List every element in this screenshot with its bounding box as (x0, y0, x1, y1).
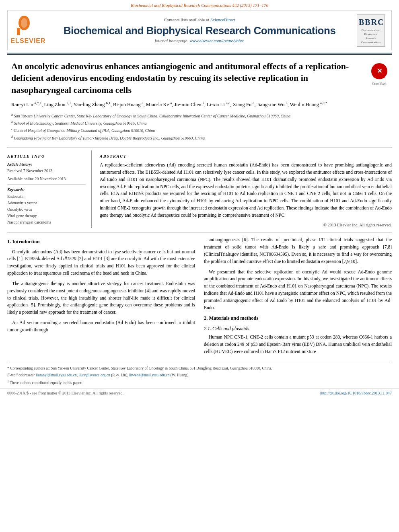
affil-c: c General Hospital of Guangzhou Military… (11, 127, 388, 134)
affil-d: d Guangdong Provincial Key Laboratory of… (11, 135, 388, 141)
affil-a: a Sun Yat-sen University Cancer Center, … (11, 113, 388, 119)
svg-rect-0 (17, 28, 20, 35)
article-info-abstract-section: ARTICLE INFO Article history: Received 7… (0, 150, 399, 228)
email-footnote: E-mail addresses: liuranyi@mail.sysu.edu… (7, 372, 392, 378)
doi-link[interactable]: http://dx.doi.org/10.1016/j.bbrc.2013.11… (320, 390, 392, 396)
cells-para: Human NPC CNE-1, CNE-2 cells contain a m… (204, 334, 392, 355)
article-info-column: ARTICLE INFO Article history: Received 7… (7, 150, 92, 228)
affiliations-section: a Sun Yat-sen University Cancer Center, … (0, 111, 399, 145)
crossmark-logo: ✕ CrossMark CrossMark (371, 63, 388, 80)
corresponding-footnote: * Corresponding authors at: Sun Yat-sen … (7, 366, 392, 371)
journal-reference: Biochemical and Biophysical Research Com… (0, 0, 399, 10)
intro-right-para1: antiangiogenesis [6]. The results of pre… (204, 236, 392, 265)
cells-heading: 2.1. Cells and plasmids (204, 325, 392, 333)
keyword-3: Oncolytic virus (7, 206, 86, 213)
bbrc-logo: BBRC Biochemical andBiophysicalResearchC… (357, 14, 385, 46)
history-label: Article history: (7, 162, 86, 167)
svg-point-2 (21, 18, 27, 28)
header-divider-thick (7, 53, 392, 53)
keywords-list: Endostatin Adenovirus vector Oncolytic v… (7, 193, 86, 226)
journal-header: ELSEVIER Contents lists available at Sci… (7, 10, 392, 50)
abstract-text: A replication-deficient adenovirus (Ad) … (100, 162, 392, 219)
methods-heading: 2. Materials and methods (204, 314, 392, 322)
intro-para3: An Ad vector encoding a secreted human e… (7, 319, 195, 334)
abstract-title: ABSTRACT (100, 154, 392, 159)
header-center: Contents lists available at ScienceDirec… (42, 17, 357, 44)
affil-b: b School of Biotechnology, Southern Medi… (11, 120, 388, 126)
keyword-2: Adenovirus vector (7, 200, 86, 206)
body-section: 1. Introduction Oncolytic adenovirus (Ad… (0, 236, 399, 359)
elsevier-tree-icon (15, 16, 41, 37)
info-divider (7, 184, 86, 185)
intro-para2: The antiangiogenic therapy is another at… (7, 280, 195, 316)
article-info-title: ARTICLE INFO (7, 154, 86, 159)
elsevier-logo: ELSEVIER (14, 16, 42, 45)
journal-title: Biochemical and Biophysical Research Com… (46, 23, 353, 38)
svg-text:CrossMark: CrossMark (373, 76, 385, 78)
keyword-4: Viral gene therapy (7, 213, 86, 219)
intro-heading: 1. Introduction (7, 238, 195, 246)
section-divider (7, 232, 392, 232)
abstract-column: ABSTRACT A replication-deficient adenovi… (100, 150, 392, 228)
copyright-line: © 2013 Elsevier Inc. All rights reserved… (100, 222, 392, 228)
body-left-column: 1. Introduction Oncolytic adenovirus (Ad… (7, 236, 195, 359)
main-divider (7, 148, 392, 148)
contents-line: Contents lists available at ScienceDirec… (46, 17, 353, 23)
body-right-column: antiangiogenesis [6]. The results of pre… (204, 236, 392, 359)
article-title: An oncolytic adenovirus enhances antiang… (11, 60, 371, 96)
issn-text: 0006-291X/$ - see front matter © 2013 El… (7, 390, 123, 396)
journal-homepage: journal homepage: www.elsevier.com/locat… (46, 38, 353, 44)
keywords-label: Keywords: (7, 187, 86, 193)
intro-para1: Oncolytic adenovirus (Ad) has been demon… (7, 249, 195, 277)
bottom-bar: 0006-291X/$ - see front matter © 2013 El… (0, 388, 399, 398)
intro-right-para2: We presumed that the selective replicati… (204, 269, 392, 312)
keyword-1: Endostatin (7, 193, 86, 200)
received-date: Received 7 November 2013 (7, 168, 86, 174)
available-date: Available online 20 November 2013 (7, 176, 86, 182)
authors-section: Ran-yi Liu a,*,1, Ling Zhou a,1, Yan-lin… (0, 100, 399, 111)
svg-text:✕: ✕ (377, 68, 382, 74)
keyword-5: Nasopharyngeal carcinoma (7, 219, 86, 226)
authors-text: Ran-yi Liu a,*,1, Ling Zhou a,1, Yan-lin… (11, 102, 327, 107)
footnotes-section: * Corresponding authors at: Sun Yat-sen … (7, 363, 392, 386)
equal-contribution-footnote: 1 These authors contributed equally in t… (7, 379, 392, 386)
article-title-section: An oncolytic adenovirus enhances antiang… (0, 55, 399, 100)
